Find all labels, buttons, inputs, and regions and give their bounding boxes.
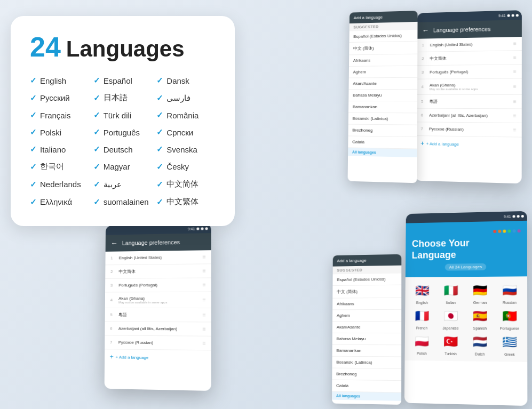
list-item[interactable]: 3 Português (Portugal) ≡ — [416, 65, 522, 79]
item-number: 2 — [422, 57, 427, 61]
language-item: ✓ Русский — [30, 93, 89, 103]
flag-item[interactable]: 🇮🇹 Italian — [438, 282, 464, 304]
add-language-row[interactable]: + + Add a language — [415, 136, 521, 153]
add-panel-item[interactable]: Akan/Asante — [332, 322, 401, 333]
language-name: Türk dili — [104, 111, 132, 120]
list-item[interactable]: 6 Azerbaijani (all Iltis, Azerbaijan) ≡ — [105, 322, 211, 336]
flag-item[interactable]: 🇹🇷 Turkish — [438, 333, 464, 356]
list-item[interactable]: 5 粵語 ≡ — [416, 95, 521, 109]
flag-item[interactable]: 🇬🇷 Greek — [496, 334, 523, 357]
language-name: English — [40, 76, 66, 85]
language-item: ✓ 한국어 — [30, 162, 89, 172]
flag-item[interactable]: 🇯🇵 Japanese — [438, 308, 464, 330]
all-languages-label[interactable]: All languages — [348, 148, 417, 157]
list-item[interactable]: 4 Akan (Ghana) May not be available in s… — [416, 79, 522, 95]
drag-handle-icon: ≡ — [203, 312, 206, 318]
add-panel-item[interactable]: 中文 (简体) — [349, 42, 417, 55]
flag-item[interactable]: 🇵🇹 Portuguese — [496, 308, 523, 331]
language-name: 한국어 — [40, 162, 64, 172]
all-languages-label-2[interactable]: All languages — [332, 392, 401, 401]
flag-label: Portuguese — [500, 327, 519, 331]
list-item[interactable]: 2 中文简体 ≡ — [105, 264, 211, 279]
item-number: 5 — [110, 312, 115, 317]
list-item[interactable]: 2 中文简体 ≡ — [416, 51, 521, 66]
all-24-badge[interactable]: All 24 Languages — [445, 263, 486, 271]
list-item[interactable]: 6 Azerbaijani (all Iltis, Azerbaijan) ≡ — [416, 109, 522, 123]
add-language-row-2[interactable]: + + Add a language — [105, 349, 211, 366]
check-icon: ✓ — [156, 110, 163, 120]
flag-label: Russian — [503, 301, 517, 304]
add-panel-item[interactable]: Afrikaans — [349, 54, 417, 67]
add-panel-item[interactable]: Català — [348, 136, 417, 149]
plus-icon-2: + — [110, 353, 114, 360]
check-icon: ✓ — [156, 76, 163, 85]
item-text: Azerbaijani (all Iltis, Azerbaijan) — [118, 326, 200, 332]
drag-handle-icon: ≡ — [203, 297, 206, 303]
flag-item[interactable]: 🇩🇪 German — [467, 282, 493, 304]
add-panel-item[interactable]: Aghem — [332, 310, 401, 322]
check-icon: ✓ — [93, 197, 100, 207]
list-item[interactable]: 7 Русское (Russian) ≡ — [105, 335, 211, 350]
add-panel-item[interactable]: Bahasa Melayu — [332, 333, 401, 345]
language-name: عربية — [104, 180, 122, 189]
check-icon: ✓ — [30, 180, 37, 189]
check-icon: ✓ — [156, 145, 163, 154]
add-panel-item[interactable]: Bamanankan — [332, 345, 402, 357]
flag-item[interactable]: 🇳🇱 Dutch — [467, 333, 493, 356]
flag-item[interactable]: 🇪🇸 Spanish — [467, 308, 493, 330]
list-item[interactable]: 1 English (United States) ≡ — [417, 37, 522, 52]
item-number: 1 — [110, 255, 116, 260]
language-item: ✓ 中文繁体 — [156, 197, 216, 207]
list-item[interactable]: 7 Русское (Russian) ≡ — [416, 122, 522, 137]
add-panel-item[interactable]: Afrikaans — [332, 298, 401, 310]
language-item: ✓ Italiano — [30, 145, 89, 154]
list-item[interactable]: 4 Akan (Ghana) May not be available in s… — [105, 292, 211, 308]
check-icon: ✓ — [93, 93, 100, 103]
flag-item[interactable]: 🇵🇱 Polish — [409, 333, 434, 356]
item-text: Azerbaijani (all Iltis, Azerbaijan) — [429, 113, 510, 118]
flag-item[interactable]: 🇫🇷 French — [409, 308, 435, 330]
add-panel-item[interactable]: Bamanankan — [348, 101, 417, 114]
suggested-label-2: Suggested — [333, 266, 402, 275]
add-panel-item[interactable]: Español (Estados Unidos) — [349, 30, 417, 43]
flag-item[interactable]: 🇬🇧 English — [409, 283, 435, 305]
language-name: فارسی — [166, 93, 190, 103]
flag-label: Turkish — [444, 352, 457, 356]
add-panel-item[interactable]: Español (Estados Unidos) — [332, 274, 401, 286]
signal-icon — [507, 14, 510, 17]
add-panel-item[interactable]: Aghem — [349, 66, 418, 78]
add-panel-item[interactable]: Bosanski (Latinica) — [332, 357, 401, 369]
item-text: English (United States) — [119, 254, 200, 260]
signal-icon-3 — [513, 215, 515, 218]
add-panel-item[interactable]: Brezhoneg — [348, 125, 417, 138]
add-panel-item[interactable]: Català — [332, 380, 401, 393]
flag-label: Polish — [417, 351, 427, 355]
language-item: ✓ Dansk — [156, 76, 216, 85]
flag-emoji: 🇳🇱 — [468, 333, 491, 351]
status-time: 9:41 — [498, 13, 506, 17]
item-number: 4 — [110, 298, 116, 302]
add-language-panel-bottom: Add a language Suggested Español (Estado… — [332, 254, 401, 405]
battery-icon — [516, 14, 519, 17]
back-icon-2[interactable]: ← — [110, 239, 118, 247]
language-name: Српски — [166, 128, 193, 137]
item-text: Português (Portugal) — [118, 283, 199, 288]
item-number: 6 — [110, 326, 115, 331]
add-panel-item[interactable]: Bosanski (Latinica) — [348, 113, 417, 125]
language-name: Nederlands — [40, 180, 81, 189]
item-subtext: May not be available in some apps — [430, 87, 510, 91]
flag-label: Japanese — [443, 326, 459, 330]
list-item[interactable]: 5 粵語 ≡ — [105, 308, 211, 322]
back-icon[interactable]: ← — [422, 26, 430, 35]
language-item: ✓ Svenska — [156, 145, 216, 154]
add-panel-item[interactable]: Brezhoneg — [332, 368, 401, 381]
add-panel-item[interactable]: Akan/Asante — [348, 78, 417, 90]
item-text: 中文简体 — [119, 268, 200, 275]
add-panel-header-2: Add a language — [333, 254, 402, 267]
language-name: 中文简体 — [166, 179, 198, 189]
add-panel-item[interactable]: 中文 (简体) — [332, 285, 401, 299]
flag-item[interactable]: 🇷🇺 Russian — [496, 282, 523, 305]
list-item[interactable]: 1 English (United States) ≡ — [105, 250, 211, 265]
list-item[interactable]: 3 Português (Portugal) ≡ — [105, 278, 211, 292]
add-panel-item[interactable]: Bahasa Melayu — [348, 90, 417, 101]
